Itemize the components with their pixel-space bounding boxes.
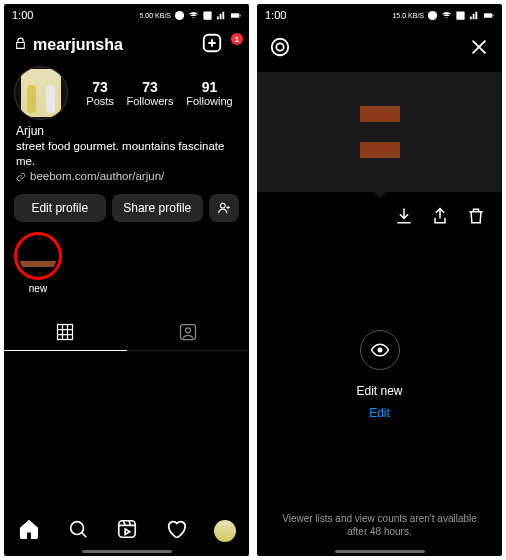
preview-shape	[360, 106, 400, 122]
profile-avatar[interactable]	[14, 66, 68, 120]
display-name: Arjun	[16, 124, 237, 139]
discover-people-button[interactable]	[209, 194, 239, 222]
nav-reels[interactable]	[116, 518, 138, 544]
svg-rect-1	[203, 11, 211, 19]
username-dropdown[interactable]: mearjunsha	[33, 36, 195, 54]
stat-following[interactable]: 91 Following	[186, 79, 232, 107]
bio-link[interactable]: beebom.com/author/arjun/	[16, 169, 237, 184]
svg-rect-3	[240, 14, 241, 16]
profile-screen: 1:00 5.00 KB/S mearjunsha 1 73 Posts 73	[4, 4, 249, 556]
share-profile-button[interactable]: Share profile	[112, 194, 204, 222]
bio-text: street food gourmet. mountains fascinate…	[16, 139, 237, 169]
svg-point-8	[185, 328, 190, 333]
nav-activity[interactable]	[165, 518, 187, 544]
status-time: 1:00	[12, 9, 33, 21]
nav-home[interactable]	[18, 518, 40, 544]
highlight-header	[257, 26, 502, 72]
svg-rect-12	[456, 11, 464, 19]
home-indicator	[82, 550, 172, 553]
tab-tagged[interactable]	[127, 314, 250, 350]
nav-profile[interactable]	[214, 520, 236, 542]
svg-point-11	[428, 10, 437, 19]
svg-point-9	[70, 522, 83, 535]
svg-rect-6	[58, 325, 73, 340]
edit-profile-button[interactable]: Edit profile	[14, 194, 106, 222]
svg-rect-10	[118, 521, 135, 538]
svg-rect-14	[493, 14, 494, 16]
status-bar: 1:00 15.0 KB/S	[257, 4, 502, 26]
share-button[interactable]	[430, 206, 450, 230]
svg-point-15	[272, 39, 289, 56]
profile-bio: Arjun street food gourmet. mountains fas…	[4, 122, 249, 186]
bottom-nav	[4, 508, 249, 550]
create-post-button[interactable]	[201, 32, 223, 58]
close-button[interactable]	[468, 36, 490, 62]
posts-grid[interactable]	[4, 351, 249, 508]
svg-rect-7	[180, 325, 195, 340]
nav-search[interactable]	[67, 518, 89, 544]
status-icons: 15.0 KB/S	[392, 10, 494, 21]
profile-header: mearjunsha 1	[4, 26, 249, 62]
svg-point-16	[276, 43, 283, 50]
notification-badge: 1	[231, 33, 243, 45]
svg-rect-2	[231, 13, 239, 18]
profile-buttons: Edit profile Share profile	[4, 186, 249, 228]
status-time: 1:00	[265, 9, 286, 21]
stat-followers[interactable]: 73 Followers	[126, 79, 173, 107]
highlights-row: new	[4, 228, 249, 296]
svg-point-17	[377, 348, 382, 353]
stat-posts[interactable]: 73 Posts	[86, 79, 114, 107]
highlight-edit-screen: 1:00 15.0 KB/S Edit new Edit Viewer list…	[257, 4, 502, 556]
lock-icon	[14, 36, 27, 54]
highlight-new[interactable]: new	[14, 232, 62, 294]
viewer-info-text: Viewer lists and view counts aren't avai…	[257, 512, 502, 550]
settings-icon[interactable]	[269, 36, 291, 62]
highlight-preview[interactable]	[257, 72, 502, 192]
views-icon	[360, 330, 400, 370]
edit-title: Edit new	[356, 384, 402, 398]
profile-stats-row: 73 Posts 73 Followers 91 Following	[4, 62, 249, 122]
svg-point-5	[221, 203, 226, 208]
download-button[interactable]	[394, 206, 414, 230]
delete-button[interactable]	[466, 206, 486, 230]
status-bar: 1:00 5.00 KB/S	[4, 4, 249, 26]
highlight-actions	[257, 192, 502, 238]
svg-point-0	[175, 10, 184, 19]
highlight-body: Edit new Edit	[257, 238, 502, 512]
svg-rect-13	[484, 13, 492, 18]
preview-shape	[360, 142, 400, 158]
status-icons: 5.00 KB/S	[139, 10, 241, 21]
tab-grid[interactable]	[4, 314, 127, 350]
home-indicator	[335, 550, 425, 553]
edit-highlight-link[interactable]: Edit	[369, 406, 390, 420]
profile-tabs	[4, 314, 249, 351]
